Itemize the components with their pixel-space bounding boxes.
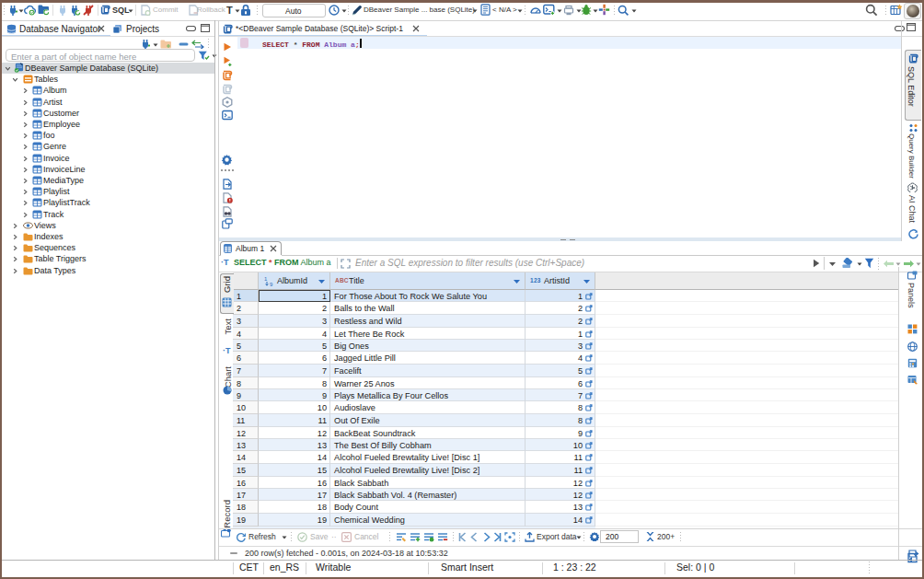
svg-text:1: 1 [264, 276, 268, 282]
svg-text:9: 9 [270, 282, 273, 286]
